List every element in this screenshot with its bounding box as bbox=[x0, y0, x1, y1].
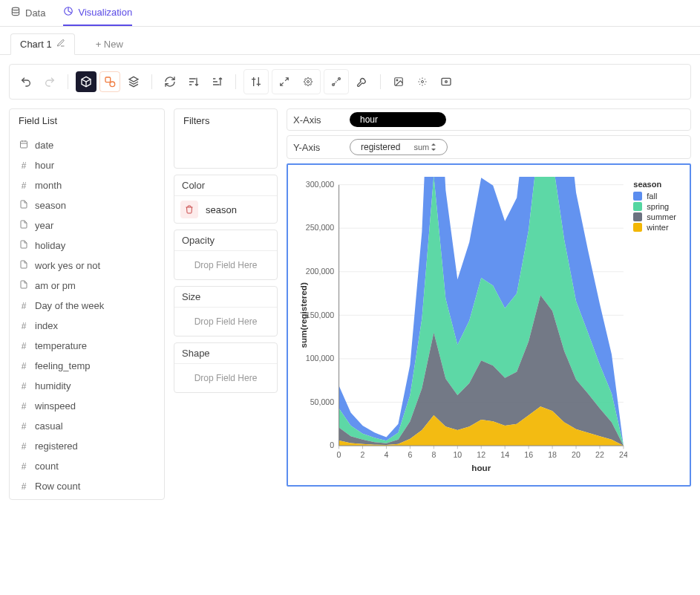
field-list-title: Field List bbox=[10, 109, 164, 132]
svg-text:200,000: 200,000 bbox=[306, 267, 334, 276]
sort-asc-button[interactable] bbox=[183, 71, 204, 92]
field-Row-count[interactable]: #Row count bbox=[10, 476, 164, 496]
chart-tab-label: Chart 1 bbox=[20, 39, 52, 50]
field-year[interactable]: year bbox=[10, 215, 164, 235]
export-settings-icon[interactable] bbox=[412, 71, 433, 92]
field-hour[interactable]: #hour bbox=[10, 155, 164, 175]
filters-panel[interactable]: Filters bbox=[174, 108, 278, 169]
new-chart-tab[interactable]: + New bbox=[87, 34, 132, 54]
size-encoding[interactable]: Size Drop Field Here bbox=[174, 286, 278, 336]
field-Day-of-the-week[interactable]: #Day of the week bbox=[10, 296, 164, 316]
legend-item-summer[interactable]: summer bbox=[633, 212, 676, 221]
svg-text:2: 2 bbox=[361, 450, 365, 459]
svg-text:10: 10 bbox=[453, 450, 462, 459]
field-winspeed[interactable]: #winspeed bbox=[10, 396, 164, 416]
field-count[interactable]: #count bbox=[10, 456, 164, 476]
field-month[interactable]: #month bbox=[10, 175, 164, 195]
shape-encoding[interactable]: Shape Drop Field Here bbox=[174, 342, 278, 393]
x-axis-pill[interactable]: hour bbox=[350, 112, 446, 127]
settings-icon[interactable] bbox=[298, 71, 318, 92]
filters-title: Filters bbox=[174, 109, 277, 132]
undo-button[interactable] bbox=[16, 71, 36, 92]
expand-button[interactable] bbox=[274, 71, 295, 92]
x-axis-row: X-Axis hour bbox=[287, 108, 691, 131]
field-date[interactable]: date bbox=[10, 135, 164, 155]
opacity-title: Opacity bbox=[174, 230, 277, 251]
wrench-icon[interactable] bbox=[352, 71, 373, 92]
size-title: Size bbox=[174, 287, 277, 308]
hash-icon: # bbox=[19, 361, 29, 371]
cube-icon[interactable] bbox=[76, 71, 97, 92]
svg-text:12: 12 bbox=[477, 450, 485, 459]
field-am-or-pm[interactable]: am or pm bbox=[10, 276, 164, 296]
shape-drop[interactable]: Drop Field Here bbox=[174, 364, 277, 392]
y-axis-label: Y-Axis bbox=[293, 142, 338, 153]
svg-text:300,000: 300,000 bbox=[306, 180, 334, 189]
legend-item-winter[interactable]: winter bbox=[633, 223, 676, 232]
legend-item-fall[interactable]: fall bbox=[633, 192, 676, 201]
opacity-drop[interactable]: Drop Field Here bbox=[174, 251, 277, 279]
svg-text:22: 22 bbox=[595, 450, 604, 459]
svg-text:50,000: 50,000 bbox=[310, 397, 335, 406]
toolbar bbox=[9, 64, 691, 100]
remove-color-button[interactable] bbox=[180, 201, 198, 218]
hash-icon: # bbox=[19, 401, 29, 412]
scale-button[interactable] bbox=[326, 71, 347, 92]
y-axis-pill[interactable]: registered sum bbox=[350, 139, 448, 155]
field-feeling_temp[interactable]: #feeling_temp bbox=[10, 356, 164, 376]
field-index[interactable]: #index bbox=[10, 316, 164, 336]
field-season[interactable]: season bbox=[10, 195, 164, 215]
svg-point-0 bbox=[12, 7, 19, 10]
svg-point-6 bbox=[338, 78, 341, 80]
layers-icon[interactable] bbox=[123, 71, 144, 92]
size-drop[interactable]: Drop Field Here bbox=[174, 308, 277, 336]
geom-type-button[interactable] bbox=[99, 71, 120, 92]
sort-desc-button[interactable] bbox=[207, 71, 228, 92]
svg-text:20: 20 bbox=[572, 450, 580, 459]
field-holiday[interactable]: holiday bbox=[10, 235, 164, 256]
text-icon bbox=[19, 220, 29, 231]
svg-text:6: 6 bbox=[408, 450, 412, 459]
field-humidity[interactable]: #humidity bbox=[10, 376, 164, 396]
field-casual[interactable]: #casual bbox=[10, 416, 164, 436]
svg-rect-10 bbox=[442, 78, 451, 85]
svg-text:hour: hour bbox=[471, 463, 491, 472]
chart-canvas[interactable]: 050,000100,000150,000200,000250,000300,0… bbox=[287, 163, 691, 487]
hash-icon: # bbox=[19, 341, 29, 351]
svg-text:18: 18 bbox=[548, 450, 557, 459]
tab-data[interactable]: Data bbox=[10, 0, 45, 26]
chart-tab-1[interactable]: Chart 1 bbox=[10, 33, 75, 55]
redo-button[interactable] bbox=[39, 71, 60, 92]
field-temperature[interactable]: #temperature bbox=[10, 336, 164, 356]
tab-data-label: Data bbox=[25, 7, 45, 19]
svg-text:4: 4 bbox=[385, 450, 389, 459]
aggregation-selector[interactable]: sum bbox=[413, 143, 436, 152]
refresh-button[interactable] bbox=[160, 71, 180, 92]
hash-icon: # bbox=[19, 481, 29, 492]
svg-point-4 bbox=[307, 81, 310, 83]
tab-visualization[interactable]: Visualization bbox=[63, 0, 132, 26]
field-registered[interactable]: #registered bbox=[10, 436, 164, 456]
svg-text:0: 0 bbox=[337, 450, 341, 459]
swatch-icon bbox=[633, 192, 642, 201]
code-export-icon[interactable] bbox=[436, 71, 457, 92]
opacity-encoding[interactable]: Opacity Drop Field Here bbox=[174, 230, 278, 280]
svg-point-9 bbox=[422, 81, 424, 83]
svg-text:sum(registered): sum(registered) bbox=[298, 282, 308, 348]
hash-icon: # bbox=[19, 160, 29, 171]
edit-icon[interactable] bbox=[56, 39, 65, 50]
svg-rect-12 bbox=[21, 141, 27, 148]
field-list-panel: Field List date#hour#monthseasonyearholi… bbox=[9, 108, 165, 500]
image-icon[interactable] bbox=[388, 71, 409, 92]
legend-item-spring[interactable]: spring bbox=[633, 202, 676, 211]
hash-icon: # bbox=[19, 181, 29, 191]
chart-icon bbox=[63, 6, 73, 19]
color-encoding[interactable]: Color season bbox=[174, 175, 278, 224]
svg-rect-2 bbox=[105, 77, 111, 82]
transpose-button[interactable] bbox=[246, 71, 266, 92]
text-icon bbox=[19, 280, 29, 291]
database-icon bbox=[10, 7, 21, 19]
swatch-icon bbox=[633, 223, 642, 232]
field-work-yes-or-not[interactable]: work yes or not bbox=[10, 256, 164, 276]
svg-point-8 bbox=[396, 79, 398, 81]
